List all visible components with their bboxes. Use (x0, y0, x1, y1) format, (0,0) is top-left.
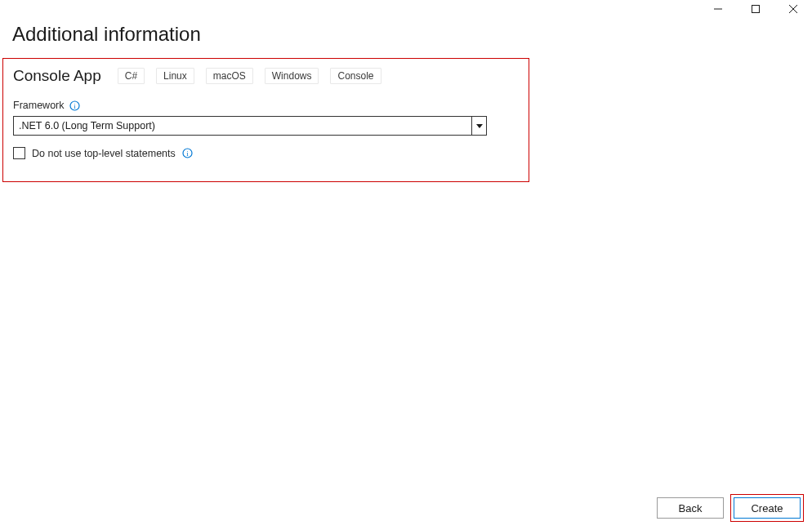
tag-csharp: C# (118, 68, 145, 84)
minimize-button[interactable] (699, 0, 737, 18)
dialog-button-bar: Back Create (657, 494, 804, 522)
framework-dropdown[interactable]: .NET 6.0 (Long Term Support) (13, 116, 487, 136)
info-icon[interactable]: i (69, 100, 80, 111)
project-type-name: Console App (13, 67, 101, 85)
tag-windows: Windows (265, 68, 319, 84)
info-icon[interactable]: i (182, 148, 193, 158)
page-title: Additional information (12, 23, 201, 46)
create-button[interactable]: Create (734, 497, 801, 519)
top-level-statements-checkbox[interactable] (13, 147, 25, 159)
project-header-row: Console App C# Linux macOS Windows Conso… (13, 67, 519, 85)
framework-selected-value: .NET 6.0 (Long Term Support) (14, 117, 471, 135)
maximize-button[interactable] (737, 0, 774, 18)
svg-text:i: i (186, 149, 189, 158)
tag-console: Console (330, 68, 381, 84)
close-button[interactable] (774, 0, 812, 18)
svg-marker-6 (476, 124, 483, 128)
tag-linux: Linux (156, 68, 194, 84)
framework-label: Framework (13, 100, 65, 111)
create-button-highlight: Create (730, 494, 804, 522)
top-level-statements-label: Do not use top-level statements (32, 148, 176, 159)
additional-info-panel: Console App C# Linux macOS Windows Conso… (2, 58, 529, 182)
svg-text:i: i (74, 102, 76, 110)
chevron-down-icon[interactable] (471, 117, 486, 135)
back-button[interactable]: Back (657, 497, 724, 519)
tag-macos: macOS (206, 68, 253, 84)
svg-rect-1 (752, 6, 760, 13)
